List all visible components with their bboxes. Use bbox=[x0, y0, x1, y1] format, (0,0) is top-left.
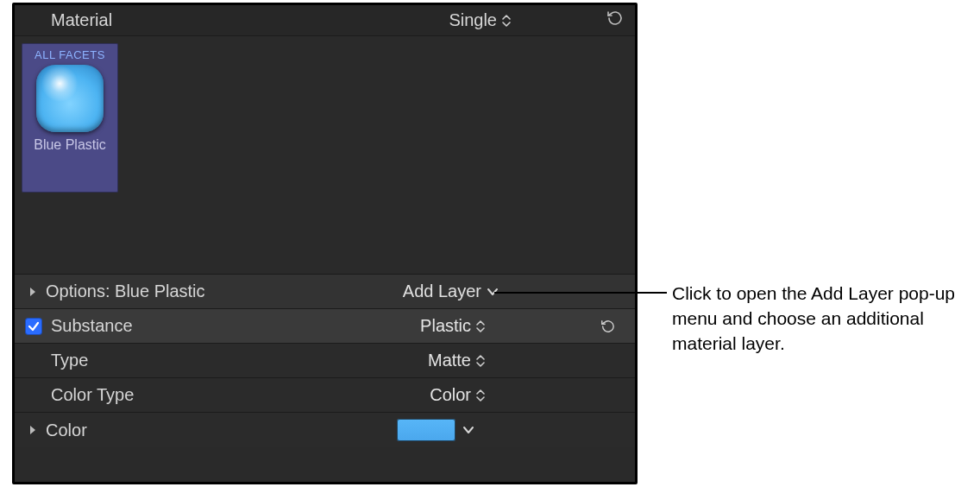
substance-value-popup[interactable]: Plastic bbox=[420, 316, 485, 336]
updown-icon bbox=[502, 14, 511, 28]
color-label: Color bbox=[46, 421, 87, 440]
add-layer-popup[interactable]: Add Layer bbox=[403, 281, 499, 301]
disclosure-triangle-icon[interactable] bbox=[25, 425, 41, 435]
material-preview-area: ALL FACETS Blue Plastic bbox=[15, 36, 635, 275]
disclosure-triangle-icon[interactable] bbox=[25, 287, 41, 297]
material-preview-swatch bbox=[36, 65, 104, 132]
material-tile[interactable]: ALL FACETS Blue Plastic bbox=[22, 43, 118, 193]
chevron-down-icon[interactable] bbox=[462, 426, 474, 434]
material-inspector-panel: Material Single ALL FACETS Blue Plastic bbox=[12, 3, 638, 484]
updown-icon bbox=[476, 319, 485, 333]
type-value: Matte bbox=[428, 351, 471, 370]
options-label: Options: Blue Plastic bbox=[46, 281, 205, 301]
material-name: Blue Plastic bbox=[27, 137, 113, 153]
color-type-value-popup[interactable]: Color bbox=[430, 385, 485, 405]
material-title: Material bbox=[51, 10, 112, 30]
type-label: Type bbox=[51, 351, 88, 370]
facets-label: ALL FACETS bbox=[27, 48, 113, 61]
substance-label: Substance bbox=[51, 316, 133, 336]
material-header: Material Single bbox=[15, 5, 635, 36]
color-type-value: Color bbox=[430, 385, 471, 405]
color-well[interactable] bbox=[397, 419, 455, 441]
substance-checkbox[interactable] bbox=[25, 318, 42, 335]
color-type-label: Color Type bbox=[51, 385, 134, 405]
type-value-popup[interactable]: Matte bbox=[428, 351, 485, 370]
material-mode-popup[interactable]: Single bbox=[449, 10, 511, 30]
updown-icon bbox=[476, 389, 485, 402]
add-layer-label: Add Layer bbox=[403, 281, 481, 301]
substance-value: Plastic bbox=[420, 316, 471, 336]
color-row: Color bbox=[15, 413, 635, 447]
type-row: Type Matte bbox=[15, 344, 635, 378]
substance-reset-icon[interactable] bbox=[595, 319, 619, 333]
substance-row: Substance Plastic bbox=[15, 309, 635, 344]
callout-leader-line bbox=[494, 292, 667, 294]
callout-text: Click to open the Add Layer pop-up menu … bbox=[672, 281, 957, 357]
reset-icon[interactable] bbox=[606, 10, 623, 30]
updown-icon bbox=[476, 354, 485, 368]
color-type-row: Color Type Color bbox=[15, 378, 635, 413]
material-mode-value: Single bbox=[449, 10, 497, 30]
